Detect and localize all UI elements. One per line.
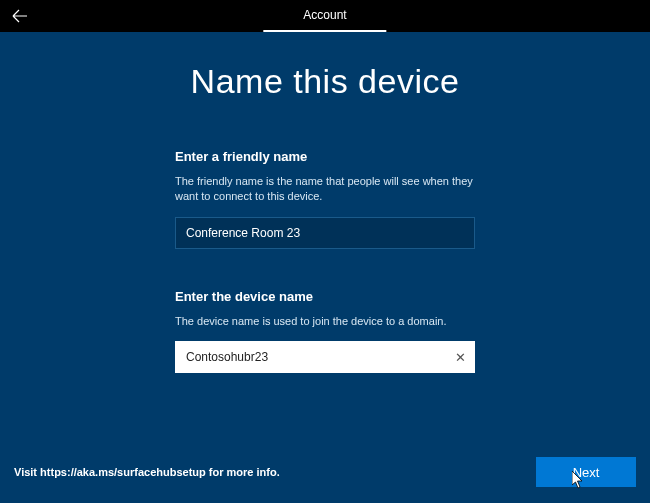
device-name-label: Enter the device name [175,289,475,304]
back-arrow-icon [12,8,28,24]
next-button-label: Next [573,465,600,480]
device-name-description: The device name is used to join the devi… [175,314,475,329]
friendly-name-label: Enter a friendly name [175,149,475,164]
page-title: Name this device [191,62,460,101]
top-tabs: Account [263,0,386,32]
tab-account[interactable]: Account [263,0,386,32]
footer-info-text: Visit https://aka.ms/surfacehubsetup for… [14,466,280,478]
clear-input-button[interactable]: ✕ [445,341,475,373]
tab-label: Account [303,8,346,22]
form-block: Enter a friendly name The friendly name … [175,149,475,379]
friendly-name-input[interactable] [175,217,475,249]
close-icon: ✕ [455,350,466,365]
footer: Visit https://aka.ms/surfacehubsetup for… [14,457,636,487]
friendly-name-description: The friendly name is the name that peopl… [175,174,475,205]
device-name-input[interactable] [175,341,475,373]
main-content: Name this device Enter a friendly name T… [0,32,650,379]
top-bar: Account [0,0,650,32]
back-button[interactable] [0,0,40,32]
next-button[interactable]: Next [536,457,636,487]
